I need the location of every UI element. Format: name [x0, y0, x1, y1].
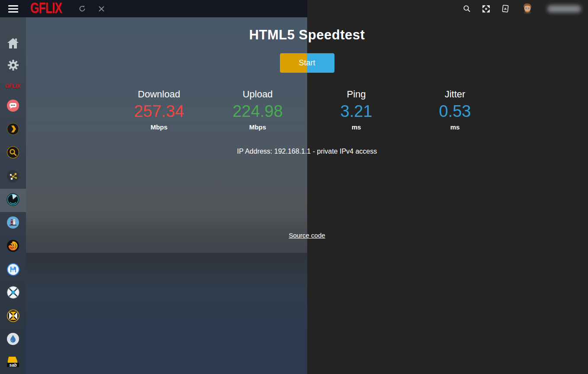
ip-address-text: IP Address: 192.168.1.1 - private IPv4 a… [237, 148, 377, 155]
gear-icon [7, 59, 19, 73]
sidebar-item-network-nodes[interactable] [0, 165, 26, 189]
sidebar: GFLIX [0, 17, 26, 374]
close-icon[interactable] [98, 6, 105, 12]
sidebar-item-sonarr[interactable] [0, 281, 26, 305]
sidebar-item-grafana[interactable] [0, 235, 26, 258]
sidebar-item-radarr[interactable] [0, 305, 26, 328]
sidebar-item-speedtest[interactable] [0, 189, 26, 212]
username-blurred[interactable] [547, 5, 581, 13]
metrics-row: Download 257.34 Mbps Upload 224.98 Mbps … [110, 89, 504, 131]
metric-label: Download [110, 89, 209, 100]
refresh-icon[interactable] [78, 5, 86, 13]
metric-column: Download 257.34 Mbps [110, 89, 209, 131]
sidebar-item-home[interactable] [0, 32, 26, 56]
topbar: GFLIX [0, 0, 307, 17]
metric-value: 224.98 [209, 102, 307, 120]
sidebar-item-gflix[interactable]: GFLIX [0, 74, 26, 97]
metric-value: 257.34 [110, 102, 209, 120]
topbar-actions: A [307, 0, 588, 17]
metric-column: Ping 3.21 ms [307, 89, 406, 131]
chat-bubble-icon [7, 100, 19, 113]
sidebar-item-sabnzbd[interactable]: sab [0, 351, 26, 374]
sidebar-item-prowlarr[interactable] [0, 142, 26, 165]
start-button[interactable]: Start [280, 53, 334, 73]
floppy-disk-icon [7, 263, 19, 277]
network-nodes-icon [7, 170, 19, 184]
magnifier-app-icon [7, 146, 19, 160]
metric-unit: Mbps [110, 123, 209, 131]
metric-label: Ping [307, 89, 406, 100]
books-icon [7, 216, 19, 230]
sidebar-item-chat[interactable] [0, 95, 26, 118]
svg-text:sab: sab [9, 363, 16, 368]
metric-label: Upload [209, 89, 307, 100]
home-icon [7, 38, 19, 51]
speedtest-panel: HTML5 Speedtest Start Download 257.34 Mb… [26, 17, 588, 374]
source-code-link[interactable]: Source code [289, 232, 325, 239]
search-icon[interactable] [463, 5, 471, 13]
svg-text:A: A [504, 7, 507, 11]
metric-unit: Mbps [209, 123, 307, 131]
page-title: HTML5 Speedtest [249, 27, 365, 43]
hamburger-menu-icon[interactable] [0, 5, 26, 13]
gflix-logo[interactable]: GFLIX [30, 0, 62, 16]
sidebar-item-floppy-backup[interactable] [0, 258, 26, 282]
speedtest-gauge-icon [6, 193, 19, 208]
metric-unit: ms [307, 123, 406, 131]
media-card-icon[interactable]: A [501, 4, 510, 13]
sabnzbd-icon: sab [6, 356, 20, 371]
sidebar-item-books[interactable] [0, 212, 26, 235]
metric-unit: ms [406, 123, 504, 131]
avatar[interactable] [521, 3, 533, 15]
sidebar-item-plex[interactable] [0, 118, 26, 142]
gflix-text-icon: GFLIX [5, 83, 20, 89]
metric-column: Jitter 0.53 ms [406, 89, 504, 131]
water-drop-icon [7, 333, 19, 347]
metric-value: 0.53 [406, 102, 504, 120]
metric-label: Jitter [406, 89, 504, 100]
radarr-icon [7, 310, 19, 324]
plex-icon [7, 123, 19, 137]
grafana-icon [7, 240, 19, 254]
metric-column: Upload 224.98 Mbps [209, 89, 307, 131]
sidebar-item-deluge[interactable] [0, 328, 26, 351]
sonarr-icon [7, 286, 19, 300]
metric-value: 3.21 [307, 102, 406, 120]
fullscreen-icon[interactable] [482, 5, 490, 13]
app-window: GFLIX A [0, 0, 588, 374]
